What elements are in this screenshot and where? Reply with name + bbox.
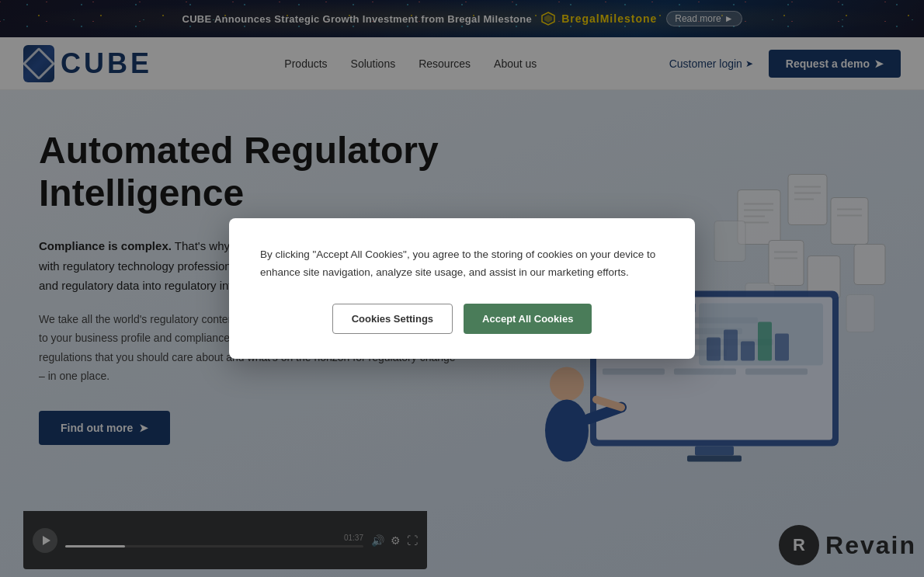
modal-overlay: By clicking "Accept All Cookies", you ag… <box>0 0 924 577</box>
cookie-buttons: Cookies Settings Accept All Cookies <box>260 304 664 334</box>
accept-all-cookies-button[interactable]: Accept All Cookies <box>464 304 592 334</box>
cookie-description: By clicking "Accept All Cookies", you ag… <box>260 246 664 282</box>
cookies-settings-button[interactable]: Cookies Settings <box>332 304 453 334</box>
cookie-consent-modal: By clicking "Accept All Cookies", you ag… <box>229 218 695 359</box>
